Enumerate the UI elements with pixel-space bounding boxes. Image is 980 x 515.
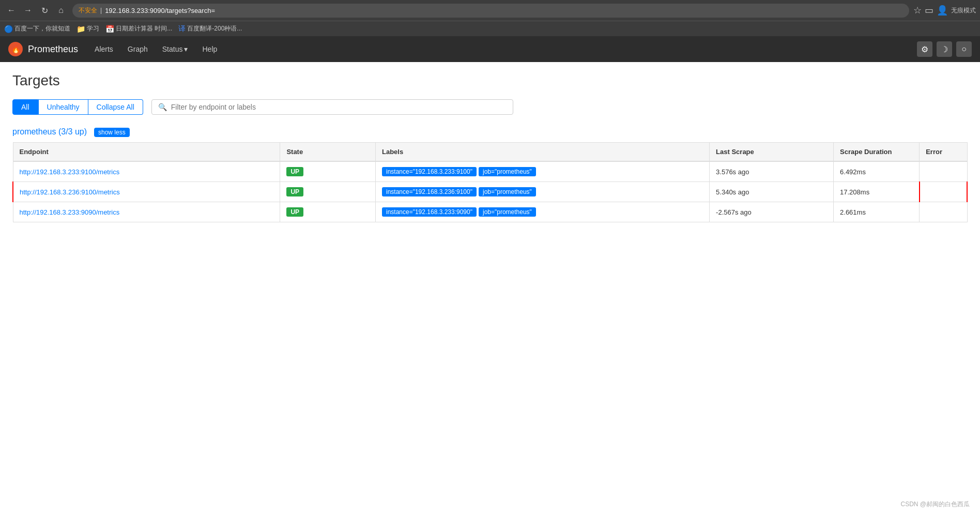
table-body: http://192.168.3.233:9100/metricsUPinsta…	[13, 161, 967, 222]
cell-endpoint: http://192.168.3.233:9090/metrics	[13, 202, 280, 222]
help-link[interactable]: Help	[196, 42, 223, 56]
back-button[interactable]: ←	[4, 3, 19, 18]
group-header: prometheus (3/3 up) show less	[12, 127, 968, 137]
bookmark-study[interactable]: 📁 学习	[76, 24, 99, 33]
separator: |	[100, 7, 102, 14]
table-row: http://192.168.3.236:9100/metricsUPinsta…	[13, 182, 967, 202]
collapse-all-button[interactable]: Collapse All	[88, 99, 143, 115]
table-row: http://192.168.3.233:9100/metricsUPinsta…	[13, 161, 967, 182]
bookmark-baidu-label: 百度一下，你就知道	[14, 24, 70, 33]
table-header: Endpoint State Labels Last Scrape Scrape…	[13, 143, 967, 162]
cell-last-scrape: 3.576s ago	[710, 161, 834, 182]
cell-state: UP	[280, 182, 376, 202]
main-content: Targets All Unhealthy Collapse All 🔍 pro…	[0, 62, 980, 233]
navbar-right: ⚙ ☽ ○	[917, 41, 972, 57]
theme-toggle-button[interactable]: ☽	[937, 41, 952, 57]
status-dropdown[interactable]: Status ▾	[156, 42, 194, 56]
cell-endpoint: http://192.168.3.233:9100/metrics	[13, 161, 280, 182]
label-tag: job="prometheus"	[479, 167, 536, 176]
endpoint-link[interactable]: http://192.168.3.236:9100/metrics	[20, 188, 120, 196]
security-warning: 不安全	[79, 6, 97, 15]
bookmark-study-label: 学习	[87, 24, 99, 33]
filter-buttons: All Unhealthy Collapse All	[12, 99, 143, 115]
cell-state: UP	[280, 161, 376, 182]
state-badge: UP	[286, 167, 303, 176]
bookmark-baidu[interactable]: 🔵 百度一下，你就知道	[4, 24, 70, 33]
header-endpoint: Endpoint	[13, 143, 280, 162]
show-less-button[interactable]: show less	[94, 128, 130, 137]
navbar-brand[interactable]: 🔥 Prometheus	[8, 42, 78, 56]
status-chevron-icon: ▾	[184, 45, 188, 53]
cell-labels: instance="192.168.3.233:9090"job="promet…	[375, 202, 709, 222]
cell-labels: instance="192.168.3.236:9100"job="promet…	[375, 182, 709, 202]
browser-chrome: ← → ↻ ⌂ 不安全 | 192.168.3.233:9090/targets…	[0, 0, 980, 36]
browser-right-icons: ☆ ▭ 👤 无痕模式	[913, 5, 976, 16]
graph-link[interactable]: Graph	[121, 42, 154, 56]
cell-scrape-duration: 2.661ms	[834, 202, 920, 222]
label-tag: job="prometheus"	[479, 207, 536, 217]
bookmark-datecalc-label: 日期差计算器 时间...	[116, 24, 172, 33]
brand-name: Prometheus	[28, 44, 78, 55]
cell-scrape-duration: 17.208ms	[834, 182, 920, 202]
forward-button[interactable]: →	[21, 3, 35, 18]
url-text: 192.168.3.233:9090/targets?search=	[105, 7, 903, 14]
targets-table: Endpoint State Labels Last Scrape Scrape…	[12, 142, 968, 222]
alerts-link[interactable]: Alerts	[88, 42, 119, 56]
filter-row: All Unhealthy Collapse All 🔍	[12, 99, 968, 115]
bookmark-datecalc-icon: 📅	[105, 25, 114, 33]
home-button[interactable]: ⌂	[54, 3, 68, 18]
header-last-scrape: Last Scrape	[710, 143, 834, 162]
endpoint-link[interactable]: http://192.168.3.233:9100/metrics	[20, 168, 120, 176]
unhealthy-filter-button[interactable]: Unhealthy	[38, 99, 88, 115]
table-row: http://192.168.3.233:9090/metricsUPinsta…	[13, 202, 967, 222]
bookmarks-bar: 🔵 百度一下，你就知道 📁 学习 📅 日期差计算器 时间... 译 百度翻译-2…	[0, 21, 980, 36]
cell-scrape-duration: 6.492ms	[834, 161, 920, 182]
bookmark-study-icon: 📁	[76, 25, 85, 33]
bookmark-translate[interactable]: 译 百度翻译-200种语...	[178, 24, 242, 34]
bookmark-date-calc[interactable]: 📅 日期差计算器 时间...	[105, 24, 172, 33]
reload-button[interactable]: ↻	[37, 3, 52, 18]
label-tag: job="prometheus"	[479, 187, 536, 196]
label-tag: instance="192.168.3.233:9100"	[382, 167, 477, 176]
bookmark-star-icon[interactable]: ☆	[913, 5, 922, 16]
cell-last-scrape: 5.340s ago	[710, 182, 834, 202]
state-badge: UP	[286, 187, 303, 196]
header-scrape-duration: Scrape Duration	[834, 143, 920, 162]
header-state: State	[280, 143, 376, 162]
header-row: Endpoint State Labels Last Scrape Scrape…	[13, 143, 967, 162]
cast-icon[interactable]: ▭	[925, 5, 933, 16]
scrape-duration-text: Scrape Duration	[840, 148, 892, 156]
navbar: 🔥 Prometheus Alerts Graph Status ▾ Help …	[0, 36, 980, 62]
cell-error	[920, 161, 967, 182]
browser-toolbar: ← → ↻ ⌂ 不安全 | 192.168.3.233:9090/targets…	[0, 0, 980, 21]
bookmark-translate-label: 百度翻译-200种语...	[187, 24, 242, 33]
prometheus-logo: 🔥	[8, 42, 23, 56]
bookmark-translate-icon: 译	[178, 24, 186, 34]
status-label: Status	[162, 45, 183, 53]
display-toggle-button[interactable]: ○	[956, 41, 972, 57]
cell-last-scrape: -2.567s ago	[710, 202, 834, 222]
cell-state: UP	[280, 202, 376, 222]
cell-labels: instance="192.168.3.233:9100"job="promet…	[375, 161, 709, 182]
group-title[interactable]: prometheus (3/3 up)	[12, 127, 87, 136]
state-badge: UP	[286, 207, 303, 217]
address-bar[interactable]: 不安全 | 192.168.3.233:9090/targets?search=	[72, 4, 909, 18]
cell-endpoint: http://192.168.3.236:9100/metrics	[13, 182, 280, 202]
header-error: Error	[920, 143, 967, 162]
all-filter-button[interactable]: All	[12, 99, 38, 115]
user-icon[interactable]: 👤	[937, 5, 948, 16]
cell-error	[920, 182, 967, 202]
header-labels: Labels	[375, 143, 709, 162]
search-box[interactable]: 🔍	[151, 99, 513, 115]
label-tag: instance="192.168.3.233:9090"	[382, 207, 477, 217]
search-input[interactable]	[171, 103, 507, 111]
bookmark-baidu-icon: 🔵	[4, 25, 13, 33]
navbar-links: Alerts Graph Status ▾ Help	[88, 42, 223, 56]
search-icon: 🔍	[158, 103, 167, 111]
page-title: Targets	[12, 72, 968, 89]
incognito-label: 无痕模式	[951, 6, 976, 15]
endpoint-link[interactable]: http://192.168.3.233:9090/metrics	[20, 208, 120, 216]
nav-buttons: ← → ↻ ⌂	[4, 3, 68, 18]
cell-error	[920, 202, 967, 222]
settings-icon-button[interactable]: ⚙	[917, 41, 932, 57]
